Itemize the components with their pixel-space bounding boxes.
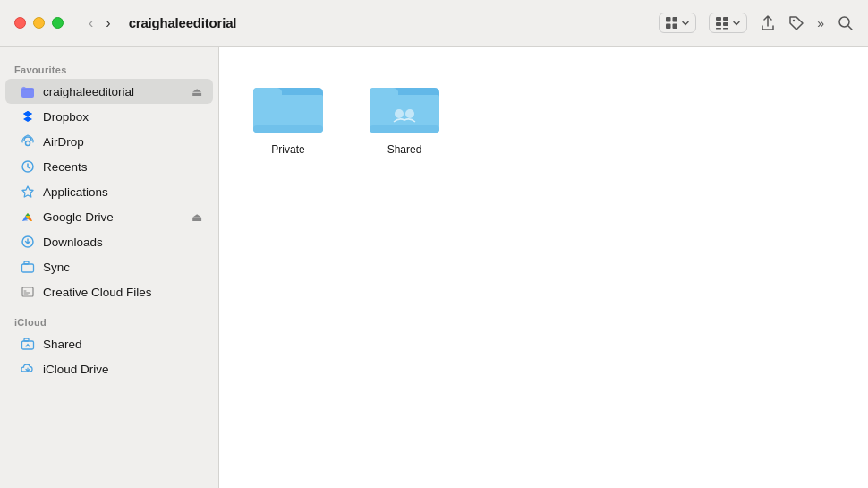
- sidebar-item-sync[interactable]: Sync: [5, 254, 213, 279]
- view-icon-group-2[interactable]: [709, 13, 747, 33]
- creative-cloud-icon: [20, 284, 36, 300]
- sidebar-item-icloud-drive[interactable]: iCloud Drive: [5, 356, 213, 381]
- sidebar-item-label-icloud-shared: Shared: [43, 338, 202, 351]
- svg-rect-9: [723, 28, 728, 30]
- sidebar-item-label-icloud-drive: iCloud Drive: [43, 363, 202, 376]
- folder-icon-private: [251, 75, 325, 136]
- folder-grid: Private: [244, 68, 843, 163]
- folder-label-shared: Shared: [387, 143, 422, 156]
- sidebar-item-label-craighaleeditorial: craighaleeditorial: [43, 85, 184, 98]
- svg-rect-1: [673, 17, 678, 22]
- dropbox-logo-icon: [21, 109, 35, 124]
- sidebar-item-dropbox[interactable]: Dropbox: [5, 104, 213, 129]
- recents-icon: [20, 158, 36, 175]
- craighaleeditorial-folder-icon: [21, 84, 35, 98]
- eject-gdrive-icon[interactable]: ⏏: [191, 210, 202, 224]
- tag-button[interactable]: [788, 15, 804, 31]
- sidebar-item-label-downloads: Downloads: [43, 235, 202, 249]
- sidebar-item-label-dropbox: Dropbox: [43, 110, 202, 124]
- applications-icon: [20, 184, 36, 200]
- sidebar-item-label-creative-cloud: Creative Cloud Files: [43, 286, 202, 299]
- maximize-button[interactable]: [52, 17, 64, 29]
- sidebar-item-label-google-drive: Google Drive: [43, 210, 184, 224]
- tag-icon: [788, 15, 804, 31]
- view-icon-group-1[interactable]: [659, 13, 696, 33]
- sidebar-item-recents[interactable]: Recents: [5, 154, 213, 179]
- sync-logo-icon: [21, 260, 35, 274]
- downloads-logo-icon: [21, 235, 35, 249]
- svg-rect-2: [666, 24, 671, 30]
- folder-svg-private: [251, 75, 325, 136]
- sidebar-item-icloud-shared[interactable]: Shared: [5, 331, 213, 356]
- icloud-label: iCloud: [0, 310, 218, 331]
- search-icon: [838, 15, 854, 31]
- back-arrow[interactable]: ‹: [85, 13, 97, 33]
- craighaleeditorial-icon: [20, 83, 36, 99]
- recents-logo-icon: [21, 159, 35, 174]
- airdrop-icon: [20, 133, 36, 150]
- table-view-icon: [715, 16, 729, 30]
- svg-rect-4: [716, 17, 721, 21]
- forward-arrow[interactable]: ›: [102, 13, 114, 33]
- favourites-label: Favourites: [0, 57, 218, 79]
- google-drive-logo-icon: [21, 210, 35, 224]
- applications-logo-icon: [21, 184, 35, 199]
- svg-rect-22: [24, 338, 29, 341]
- close-button[interactable]: [14, 17, 26, 29]
- icloud-drive-logo-icon: [21, 362, 35, 376]
- svg-rect-5: [723, 17, 728, 21]
- share-icon: [760, 15, 776, 31]
- chevron-down-icon-2: [732, 19, 741, 28]
- svg-rect-3: [673, 24, 678, 30]
- svg-rect-0: [666, 17, 671, 22]
- folder-item-shared[interactable]: Shared: [361, 68, 448, 163]
- google-drive-icon: [20, 209, 36, 225]
- svg-rect-7: [723, 22, 728, 26]
- svg-rect-18: [22, 264, 34, 272]
- main-layout: Favourites craighaleeditorial ⏏: [0, 47, 868, 488]
- grid-view-icon: [665, 16, 678, 30]
- svg-rect-6: [716, 22, 721, 26]
- icloud-shared-logo-icon: [21, 337, 35, 351]
- icloud-drive-icon: [20, 361, 36, 377]
- minimize-button[interactable]: [33, 17, 45, 29]
- folder-svg-shared: [368, 75, 441, 136]
- sidebar-item-google-drive[interactable]: Google Drive ⏏: [5, 204, 213, 229]
- sidebar-item-downloads[interactable]: Downloads: [5, 229, 213, 254]
- sidebar-item-label-airdrop: AirDrop: [43, 135, 202, 149]
- more-button[interactable]: »: [817, 16, 825, 30]
- sidebar-item-label-applications: Applications: [43, 185, 202, 199]
- folder-item-private[interactable]: Private: [244, 68, 332, 163]
- svg-point-23: [27, 344, 29, 346]
- svg-point-10: [793, 19, 795, 21]
- sidebar-item-creative-cloud[interactable]: Creative Cloud Files: [5, 279, 213, 304]
- sync-icon: [20, 259, 36, 275]
- titlebar: ‹ › craighaleeditorial: [0, 0, 868, 47]
- svg-marker-14: [23, 111, 32, 116]
- sidebar: Favourites craighaleeditorial ⏏: [0, 47, 219, 488]
- icloud-shared-icon: [20, 336, 36, 352]
- dropbox-icon: [20, 108, 36, 124]
- share-button[interactable]: [760, 15, 776, 31]
- search-button[interactable]: [838, 15, 854, 31]
- sidebar-item-airdrop[interactable]: AirDrop: [5, 129, 213, 154]
- svg-point-15: [26, 141, 30, 146]
- titlebar-actions: »: [659, 13, 854, 33]
- content-area: Private: [219, 47, 868, 488]
- svg-rect-8: [716, 28, 721, 30]
- sidebar-item-applications[interactable]: Applications: [5, 179, 213, 204]
- downloads-icon: [20, 234, 36, 250]
- sidebar-item-craighaleeditorial[interactable]: craighaleeditorial ⏏: [5, 79, 213, 104]
- svg-rect-29: [370, 125, 439, 133]
- creative-cloud-logo-icon: [21, 285, 35, 299]
- eject-icon[interactable]: ⏏: [191, 85, 202, 98]
- svg-rect-19: [24, 261, 29, 264]
- more-icon: »: [817, 16, 825, 30]
- folder-icon-shared: [368, 75, 441, 136]
- svg-rect-12: [21, 88, 34, 98]
- titlebar-nav: ‹ ›: [85, 13, 115, 33]
- chevron-down-icon: [681, 19, 690, 28]
- svg-rect-26: [253, 125, 323, 133]
- sidebar-item-label-recents: Recents: [43, 160, 202, 174]
- svg-point-30: [395, 109, 404, 118]
